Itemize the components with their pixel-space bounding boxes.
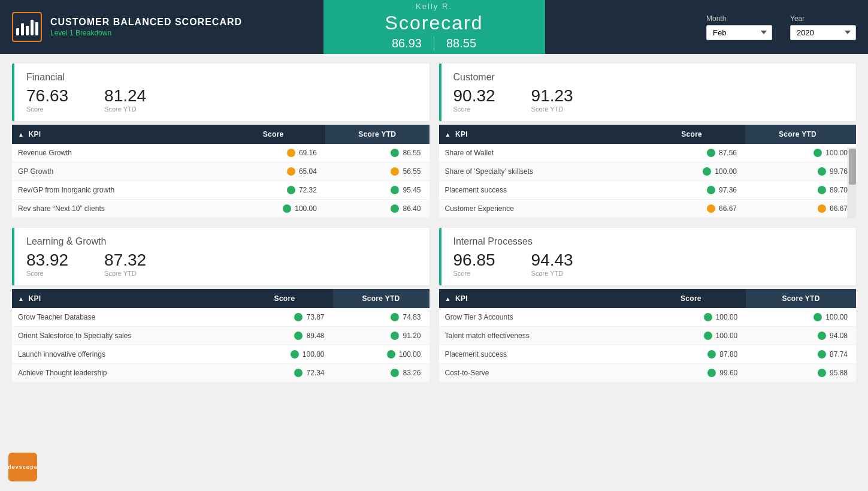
learning-ytd-block: 87.32 Score YTD — [104, 252, 146, 277]
scorecard-center: Kelly R. Scorecard 86.93 88.55 — [323, 0, 545, 54]
learning-ytd-label: Score YTD — [104, 270, 146, 277]
learning-values: 83.92 Score 87.32 Score YTD — [26, 252, 418, 277]
ytd-dot — [391, 332, 399, 340]
table-row: Rev share “Next 10” clients 100.00 86.40 — [12, 200, 430, 218]
kpi-ytd-cell: 89.70 — [745, 181, 856, 200]
financial-score-block: 76.63 Score — [26, 88, 68, 113]
header: CUSTOMER BALANCED SCORECARD Level 1 Brea… — [0, 0, 868, 54]
score-dot — [707, 149, 715, 157]
kpi-ytd-val: 95.88 — [830, 369, 848, 377]
internal-score-col-header[interactable]: Score — [636, 289, 746, 308]
main-content: Financial 76.63 Score 81.24 Score YTD ▲ — [0, 54, 868, 392]
customer-kpi-container: ▲ KPI Score Score YTD Share of Wallet 87… — [439, 125, 857, 218]
ytd-dot — [391, 204, 399, 213]
kpi-name: Rev share “Next 10” clients — [12, 200, 221, 218]
learning-title: Learning & Growth — [26, 236, 418, 247]
financial-score-val: 76.63 — [26, 88, 68, 104]
kpi-ytd-val: 74.83 — [403, 313, 421, 321]
financial-ytd-col-header[interactable]: Score YTD — [325, 125, 430, 144]
kpi-ytd-val: 95.45 — [403, 186, 421, 194]
ytd-dot — [391, 149, 399, 157]
kpi-score-val: 100.00 — [295, 204, 317, 213]
learning-score-block: 83.92 Score — [26, 252, 68, 277]
kpi-ytd-cell: 100.00 — [745, 144, 856, 162]
kpi-ytd-cell: 86.40 — [325, 200, 430, 218]
learning-score-col-header[interactable]: Score — [237, 289, 333, 308]
internal-quadrant: Internal Processes 96.85 Score 94.43 Sco… — [439, 228, 857, 382]
kpi-ytd-val: 100.00 — [825, 149, 848, 157]
kpi-score-val: 87.80 — [719, 350, 737, 359]
kpi-ytd-val: 86.40 — [403, 204, 421, 213]
internal-score-label: Score — [453, 270, 495, 277]
table-row: Share of Wallet 87.56 100.00 — [439, 144, 857, 162]
kpi-score-val: 89.48 — [306, 332, 324, 340]
customer-quadrant: Customer 90.32 Score 91.23 Score YTD ▲ — [439, 64, 857, 218]
logo-bar-2 — [21, 23, 24, 35]
table-row: Talent match effectiveness 100.00 94.08 — [439, 327, 857, 345]
learning-ytd-col-header[interactable]: Score YTD — [333, 289, 430, 308]
learning-score-val: 83.92 — [26, 252, 68, 269]
kpi-score-val: 100.00 — [716, 313, 738, 321]
logo-area: CUSTOMER BALANCED SCORECARD Level 1 Brea… — [12, 12, 242, 42]
internal-ytd-label: Score YTD — [531, 270, 573, 277]
internal-kpi-col-header[interactable]: ▲ KPI — [439, 289, 636, 308]
kpi-score-val: 66.67 — [719, 204, 737, 213]
customer-kpi-col-header[interactable]: ▲ KPI — [439, 125, 639, 144]
kpi-ytd-cell: 100.00 — [746, 308, 856, 327]
scrollbar-thumb[interactable] — [849, 149, 856, 185]
kpi-ytd-val: 87.74 — [830, 350, 848, 359]
score-dot — [703, 167, 711, 176]
internal-ytd-col-header[interactable]: Score YTD — [746, 289, 856, 308]
logo-bar-5 — [35, 22, 38, 35]
score-dot — [287, 186, 295, 194]
app-subtitle: Level 1 Breakdown — [50, 29, 242, 37]
customer-score-col-header[interactable]: Score — [638, 125, 745, 144]
learning-ytd-val: 87.32 — [104, 252, 146, 269]
ytd-dot — [813, 149, 822, 157]
month-select[interactable]: Feb — [706, 25, 772, 40]
learning-quadrant: Learning & Growth 83.92 Score 87.32 Scor… — [12, 228, 430, 382]
table-row: Orient Salesforce to Specialty sales 89.… — [12, 327, 430, 345]
sort-arrow-learning: ▲ — [18, 296, 24, 302]
kpi-ytd-val: 83.26 — [403, 369, 421, 377]
kpi-score-cell: 99.60 — [636, 364, 746, 382]
learning-kpi-table: ▲ KPI Score Score YTD Grow Teacher Datab… — [12, 289, 430, 382]
kpi-ytd-cell: 87.74 — [746, 345, 856, 364]
financial-kpi-col-header[interactable]: ▲ KPI — [12, 125, 221, 144]
learning-kpi-col-header[interactable]: ▲ KPI — [12, 289, 237, 308]
kpi-score-cell: 69.16 — [221, 144, 325, 162]
kpi-score-cell: 87.56 — [638, 144, 745, 162]
score-dot — [704, 332, 712, 340]
customer-ytd-col-header[interactable]: Score YTD — [745, 125, 856, 144]
ytd-dot — [391, 167, 399, 176]
scorecard-scores: 86.93 88.55 — [380, 37, 488, 50]
kpi-name: Achieve Thought leadership — [12, 364, 237, 382]
financial-kpi-table: ▲ KPI Score Score YTD Revenue Growth 69.… — [12, 125, 430, 218]
kpi-ytd-cell: 100.00 — [333, 345, 430, 364]
kpi-name: Share of ‘Specialty’ skillsets — [439, 162, 639, 181]
kpi-ytd-cell: 95.45 — [325, 181, 430, 200]
customer-score-label: Score — [453, 106, 495, 113]
kpi-ytd-val: 91.20 — [403, 332, 421, 340]
score-dot — [707, 186, 715, 194]
kpi-name: Placement success — [439, 181, 639, 200]
financial-score-tile: Financial 76.63 Score 81.24 Score YTD — [12, 64, 430, 121]
kpi-name: Rev/GP from Inorganic growth — [12, 181, 221, 200]
ytd-dot — [391, 369, 399, 377]
scrollbar-track[interactable] — [848, 147, 856, 218]
scorecard-title: Scorecard — [385, 12, 483, 34]
kpi-name: Cost-to-Serve — [439, 364, 636, 382]
score-dot — [707, 369, 716, 377]
scorecard-score1: 86.93 — [380, 37, 434, 50]
financial-score-col-header[interactable]: Score — [221, 125, 325, 144]
internal-score-tile: Internal Processes 96.85 Score 94.43 Sco… — [439, 228, 857, 285]
kpi-score-val: 97.36 — [719, 186, 737, 194]
kpi-score-cell: 73.87 — [237, 308, 333, 327]
score-dot — [287, 167, 295, 176]
learning-kpi-container: ▲ KPI Score Score YTD Grow Teacher Datab… — [12, 289, 430, 382]
kpi-score-cell: 97.36 — [638, 181, 745, 200]
kpi-score-cell: 87.80 — [636, 345, 746, 364]
table-row: Placement success 87.80 87.74 — [439, 345, 857, 364]
year-select[interactable]: 2020 — [790, 25, 856, 40]
financial-ytd-label: Score YTD — [104, 106, 146, 113]
